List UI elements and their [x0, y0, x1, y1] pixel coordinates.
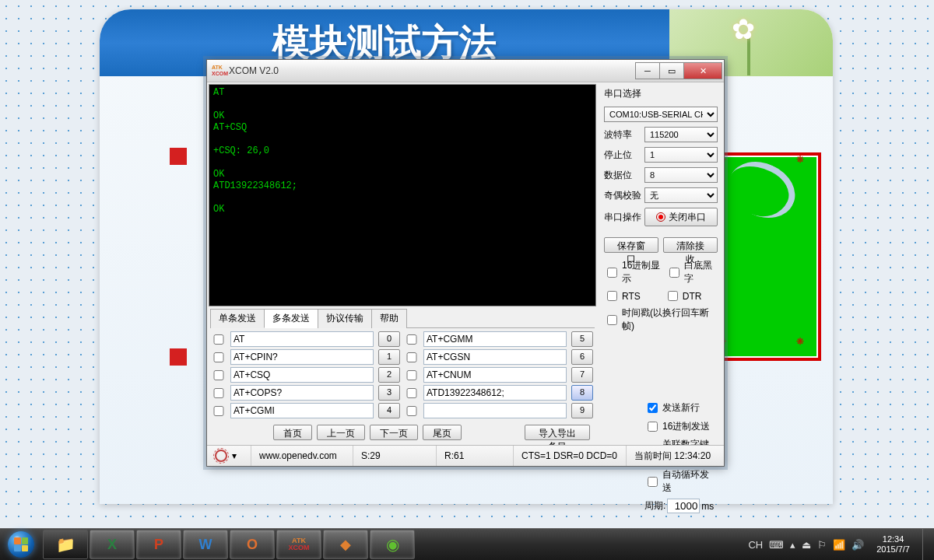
cmd-check-3[interactable]	[212, 388, 226, 398]
network-icon[interactable]: 📶	[833, 539, 845, 551]
save-window-button[interactable]: 保存窗口	[604, 237, 658, 253]
data-select[interactable]: 8	[644, 167, 718, 183]
parity-label: 奇偶校验	[604, 189, 641, 202]
status-url[interactable]: www.openedv.com	[251, 446, 353, 466]
cmd-check-1[interactable]	[212, 352, 226, 362]
app-icon: ATKXCOM	[212, 65, 224, 77]
send-btn-6[interactable]: 6	[571, 349, 593, 365]
bullet-square	[170, 148, 187, 165]
command-grid: 0 5 1 6 2 7 3 8 4 9	[207, 328, 598, 422]
cmd-input-7[interactable]	[423, 367, 567, 383]
task-powerpoint[interactable]: P	[136, 530, 181, 559]
stop-select[interactable]: 1	[644, 147, 718, 163]
dtr-check[interactable]	[668, 291, 678, 301]
maximize-button[interactable]: ▭	[659, 62, 684, 79]
clear-recv-button[interactable]: 清除接收	[663, 237, 718, 253]
cmd-check-0[interactable]	[212, 334, 226, 345]
bullet-square	[170, 348, 187, 366]
status-time: 12:34:20	[674, 450, 711, 461]
baud-select[interactable]: 115200	[644, 127, 718, 142]
pdf-icon: ◆	[340, 536, 351, 553]
cmd-input-6[interactable]	[423, 349, 567, 365]
baud-label: 波特率	[604, 128, 641, 142]
tab-help[interactable]: 帮助	[371, 309, 407, 328]
status-lines: CTS=1 DSR=0 DCD=0	[514, 446, 627, 466]
taskbar: 📁 X P W O ATKXCOM ◆ ◉ CH ⌨ ▴ ⏏ ⚐ 📶 🔊 12:…	[0, 528, 934, 560]
send-btn-5[interactable]: 5	[571, 331, 593, 347]
tab-single[interactable]: 单条发送	[210, 309, 265, 328]
start-button[interactable]	[0, 529, 42, 560]
timestamp-check[interactable]	[607, 315, 617, 325]
nav-next[interactable]: 下一页	[370, 425, 418, 440]
cmd-input-9[interactable]	[423, 403, 567, 418]
task-excel[interactable]: X	[90, 530, 135, 559]
window-title: XCOM V2.0	[229, 65, 636, 76]
task-xcom[interactable]: ATKXCOM	[276, 530, 321, 559]
nav-last[interactable]: 尾页	[423, 425, 462, 440]
cmd-input-1[interactable]	[230, 349, 374, 365]
send-btn-7[interactable]: 7	[571, 367, 593, 383]
op-label: 串口操作	[604, 211, 641, 224]
stop-label: 停止位	[604, 149, 641, 162]
cmd-check-8[interactable]	[405, 388, 419, 398]
import-export-button[interactable]: 导入导出条目	[525, 425, 590, 440]
download-icon: ◉	[386, 535, 399, 554]
tab-multi[interactable]: 多条发送	[264, 309, 318, 328]
xcom-icon: ATKXCOM	[289, 537, 310, 551]
tab-protocol[interactable]: 协议传输	[318, 309, 372, 328]
cmd-input-2[interactable]	[230, 367, 374, 383]
period-input[interactable]	[667, 499, 700, 513]
ime-indicator[interactable]: CH	[748, 539, 763, 551]
taskbar-clock[interactable]: 12:34 2015/7/7	[870, 534, 916, 555]
hex-display-check[interactable]	[607, 268, 617, 278]
autoloop-check[interactable]	[648, 477, 658, 487]
send-btn-4[interactable]: 4	[378, 403, 400, 418]
volume-icon[interactable]: 🔊	[851, 539, 864, 551]
cmd-input-4[interactable]	[230, 403, 374, 418]
nav-prev[interactable]: 上一页	[317, 425, 365, 440]
cmd-check-6[interactable]	[405, 352, 419, 362]
flower-graphic	[732, 13, 771, 44]
cmd-check-4[interactable]	[212, 406, 226, 416]
minimize-button[interactable]: ─	[635, 62, 660, 79]
nav-first[interactable]: 首页	[273, 425, 312, 440]
send-btn-0[interactable]: 0	[378, 331, 400, 347]
cmd-input-8[interactable]	[423, 385, 567, 401]
flag-icon[interactable]: ⚐	[817, 539, 827, 551]
rts-check[interactable]	[607, 291, 617, 301]
parity-select[interactable]: 无	[644, 187, 718, 203]
cmd-input-5[interactable]	[423, 331, 567, 347]
close-button[interactable]: ✕	[683, 62, 722, 79]
cmd-input-3[interactable]	[230, 385, 374, 401]
task-download[interactable]: ◉	[370, 530, 415, 559]
show-desktop-button[interactable]	[922, 529, 929, 560]
hex-send-check[interactable]	[648, 422, 658, 432]
port-select[interactable]: COM10:USB-SERIAL CH34	[604, 107, 718, 122]
close-port-button[interactable]: 关闭串口	[644, 208, 718, 226]
keyboard-icon[interactable]: ⌨	[769, 539, 784, 551]
ppt-icon: O	[247, 537, 258, 553]
cmd-input-0[interactable]	[230, 331, 374, 347]
cmd-check-7[interactable]	[405, 370, 419, 380]
send-btn-3[interactable]: 3	[378, 385, 400, 401]
send-btn-9[interactable]: 9	[571, 403, 593, 418]
white-bg-check[interactable]	[669, 268, 679, 278]
task-wps[interactable]: W	[183, 530, 228, 559]
terminal-output[interactable]: AT OK AT+CSQ +CSQ: 26,0 OK ATD1392234861…	[209, 84, 596, 306]
cmd-check-9[interactable]	[405, 406, 419, 416]
send-btn-2[interactable]: 2	[378, 367, 400, 383]
safe-remove-icon[interactable]: ⏏	[802, 539, 811, 551]
powerpoint-icon: P	[154, 537, 163, 553]
send-btn-1[interactable]: 1	[378, 349, 400, 365]
task-ppt2[interactable]: O	[230, 530, 275, 559]
send-newline-check[interactable]	[648, 403, 658, 413]
send-btn-8[interactable]: 8	[571, 385, 593, 401]
send-tabs: 单条发送 多条发送 协议传输 帮助	[210, 308, 595, 328]
gear-icon[interactable]	[215, 450, 227, 462]
task-foxit[interactable]: ◆	[323, 530, 368, 559]
titlebar[interactable]: ATKXCOM XCOM V2.0 ─ ▭ ✕	[207, 60, 724, 82]
task-explorer[interactable]: 📁	[43, 530, 88, 559]
tray-chevron-icon[interactable]: ▴	[790, 539, 795, 551]
cmd-check-2[interactable]	[212, 370, 226, 380]
cmd-check-5[interactable]	[405, 334, 419, 345]
